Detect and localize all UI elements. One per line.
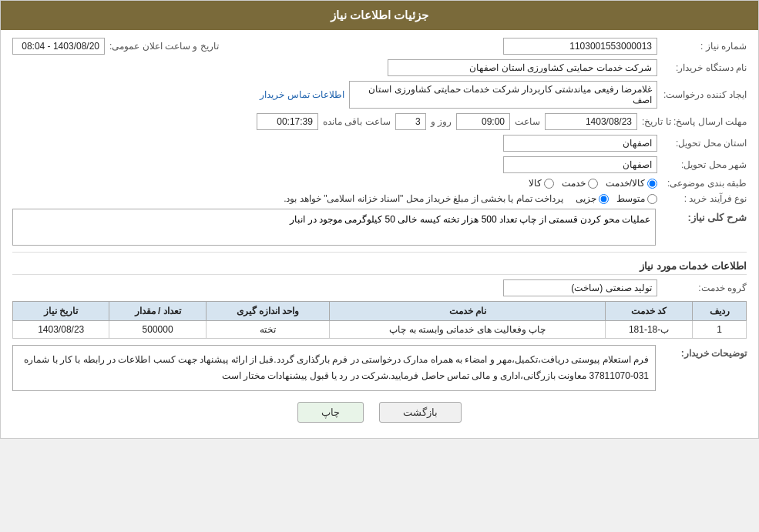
col-kod: کد خدمت bbox=[606, 302, 693, 321]
farayand-radio-group: متوسط جزیی bbox=[576, 193, 657, 204]
grohe-khedmat-value: تولید صنعتی (ساخت) bbox=[503, 279, 657, 296]
grohe-khedmat-label: گروه خدمت: bbox=[662, 283, 747, 293]
shahr-label: شهر محل تحویل: bbox=[662, 159, 747, 170]
cell-tedad: 500000 bbox=[109, 321, 206, 339]
mohlat-saatbaghi-label: ساعت باقی مانده bbox=[323, 116, 391, 127]
tabe-bandi-radio-group: کالا/خدمت خدمت کالا bbox=[529, 178, 657, 189]
divider-1 bbox=[12, 252, 747, 253]
row-shahr: شهر محل تحویل: اصفهان bbox=[12, 156, 747, 173]
table-row: 1 ب-18-181 چاپ وفعالیت های خدماتی وابسته… bbox=[13, 321, 747, 339]
main-container: جزئیات اطلاعات نیاز شماره نیاز : 1103001… bbox=[0, 0, 759, 439]
col-tedad: تعداد / مقدار bbox=[109, 302, 206, 321]
row-ijad-konande: ایجاد کننده درخواست: غلامرضا رفیعی میاند… bbox=[12, 81, 747, 109]
mohlat-rooz-label: روز و bbox=[431, 116, 452, 127]
sharh-value[interactable] bbox=[12, 209, 656, 246]
col-vahed: واحد اندازه گیری bbox=[206, 302, 330, 321]
shomare-niaz-value: 1103001553000013 bbox=[503, 38, 657, 55]
service-info-title: اطلاعات خدمات مورد نیاز bbox=[12, 260, 747, 275]
ostan-label: استان محل تحویل: bbox=[662, 138, 747, 149]
cell-tarikh: 1403/08/23 bbox=[13, 321, 109, 339]
row-shomare-tarikh: شماره نیاز : 1103001553000013 تاریخ و سا… bbox=[12, 38, 747, 55]
row-nooe-farayand: نوع فرآیند خرید : متوسط جزیی پرداخت تمام… bbox=[12, 193, 747, 204]
print-button[interactable]: چاپ bbox=[297, 402, 364, 423]
nam-dastgah-value: شرکت خدمات حمایتی کشاورزی استان اصفهان bbox=[388, 59, 657, 76]
mohlat-label: مهلت ارسال پاسخ: تا تاریخ: bbox=[642, 116, 747, 127]
radio-kala[interactable] bbox=[544, 179, 554, 189]
radio-motavasset[interactable] bbox=[647, 194, 657, 204]
table-header-row: ردیف کد خدمت نام خدمت واحد اندازه گیری ت… bbox=[13, 302, 747, 321]
mohlat-time-label: ساعت bbox=[515, 116, 540, 127]
page-title: جزئیات اطلاعات نیاز bbox=[331, 8, 428, 22]
radio-kala-khedmat[interactable] bbox=[647, 179, 657, 189]
back-button[interactable]: بازگشت bbox=[379, 402, 462, 423]
row-tosih: توضیحات خریدار: فرم استعلام پیوستی دریاف… bbox=[12, 345, 747, 391]
row-ostan: استان محل تحویل: اصفهان bbox=[12, 135, 747, 152]
tarikh-label: تاریخ و ساعت اعلان عمومی: bbox=[109, 41, 219, 52]
sharh-label: شرح کلی نیاز: bbox=[662, 209, 747, 223]
row-nam-dastgah: نام دستگاه خریدار: شرکت خدمات حمایتی کشا… bbox=[12, 59, 747, 76]
mohlat-time: 09:00 bbox=[456, 113, 510, 130]
tarikh-value: 1403/08/20 - 08:04 bbox=[12, 38, 105, 55]
row-mohlat: مهلت ارسال پاسخ: تا تاریخ: 1403/08/23 سا… bbox=[12, 113, 747, 130]
ijad-konande-value: غلامرضا رفیعی میاندشتی کاربردار شرکت خدم… bbox=[349, 81, 657, 109]
radio-kala-khedmat-label: کالا/خدمت bbox=[606, 178, 645, 189]
row-grohe-khedmat: گروه خدمت: تولید صنعتی (ساخت) bbox=[12, 279, 747, 296]
page-header: جزئیات اطلاعات نیاز bbox=[1, 1, 758, 30]
mohlat-saatbaghi: 00:17:39 bbox=[257, 113, 318, 130]
ostan-value: اصفهان bbox=[503, 135, 657, 152]
table-body: 1 ب-18-181 چاپ وفعالیت های خدماتی وابسته… bbox=[13, 321, 747, 339]
ijad-konande-label: ایجاد کننده درخواست: bbox=[662, 89, 747, 100]
cell-radif: 1 bbox=[693, 321, 747, 339]
shomare-niaz-label: شماره نیاز : bbox=[662, 41, 747, 52]
mohlat-rooz: 3 bbox=[395, 113, 426, 130]
radio-motavasset-item: متوسط bbox=[616, 193, 657, 204]
col-radif: ردیف bbox=[693, 302, 747, 321]
radio-motavasset-label: متوسط bbox=[616, 193, 645, 204]
radio-khedmat[interactable] bbox=[588, 179, 598, 189]
table-header: ردیف کد خدمت نام خدمت واحد اندازه گیری ت… bbox=[13, 302, 747, 321]
radio-kala-item: کالا bbox=[529, 178, 554, 189]
row-tabe-bandi: طبقه بندی موضوعی: کالا/خدمت خدمت کالا bbox=[12, 178, 747, 189]
tosih-label: توضیحات خریدار: bbox=[662, 345, 747, 359]
cell-vahed: تخته bbox=[206, 321, 330, 339]
shahr-value: اصفهان bbox=[503, 156, 657, 173]
nam-dastgah-label: نام دستگاه خریدار: bbox=[662, 62, 747, 73]
radio-kala-khedmat-item: کالا/خدمت bbox=[606, 178, 657, 189]
radio-jazii[interactable] bbox=[599, 194, 609, 204]
radio-khedmat-item: خدمت bbox=[562, 178, 598, 189]
col-tarikh: تاریخ نیاز bbox=[13, 302, 109, 321]
col-nam: نام خدمت bbox=[330, 302, 606, 321]
buttons-row: بازگشت چاپ bbox=[12, 402, 747, 423]
radio-jazii-item: جزیی bbox=[576, 193, 609, 204]
tabe-bandi-label: طبقه بندی موضوعی: bbox=[662, 178, 747, 189]
tosih-value: فرم استعلام پیوستی دریافت،تکمیل،مهر و ام… bbox=[12, 345, 656, 391]
row-sharh: شرح کلی نیاز: bbox=[12, 209, 747, 246]
radio-khedmat-label: خدمت bbox=[562, 178, 586, 189]
radio-kala-label: کالا bbox=[529, 178, 542, 189]
cell-nam: چاپ وفعالیت های خدماتی وابسته به چاپ bbox=[330, 321, 606, 339]
content-area: شماره نیاز : 1103001553000013 تاریخ و سا… bbox=[1, 30, 758, 438]
nooe-farayand-label: نوع فرآیند خرید : bbox=[662, 193, 747, 204]
cell-kod: ب-18-181 bbox=[606, 321, 693, 339]
mohlat-date: 1403/08/23 bbox=[545, 113, 637, 130]
radio-jazii-label: جزیی bbox=[576, 193, 596, 204]
farayand-note: پرداخت تمام یا بخشی از مبلغ خریداز محل "… bbox=[284, 193, 563, 204]
contact-link[interactable]: اطلاعات تماس خریدار bbox=[260, 89, 344, 100]
services-table: ردیف کد خدمت نام خدمت واحد اندازه گیری ت… bbox=[12, 301, 747, 339]
